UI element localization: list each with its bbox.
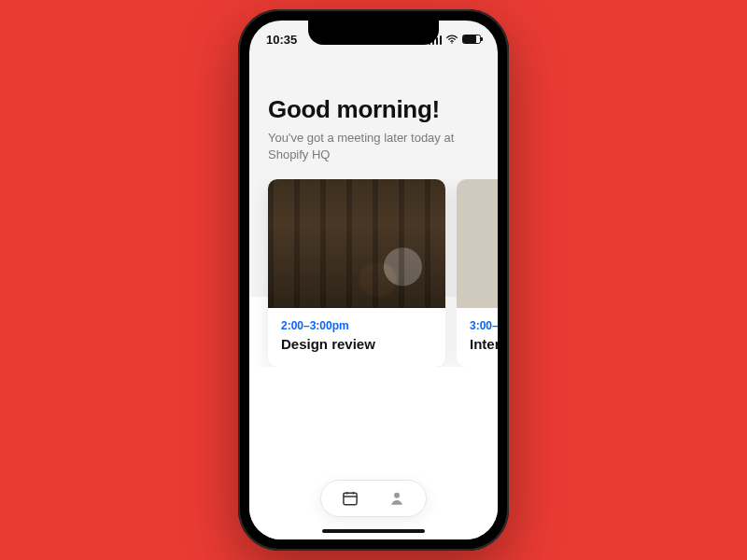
event-title: Design review [281, 336, 432, 352]
home-indicator[interactable] [322, 529, 425, 533]
event-card-body: 3:00–3:30pm Interview [457, 308, 498, 367]
event-time: 3:00–3:30pm [470, 319, 498, 332]
phone-frame: 10:35 Good morning! You've got a meeting… [238, 9, 509, 551]
event-title: Interview [470, 336, 498, 352]
svg-rect-1 [344, 493, 357, 505]
phone-screen: 10:35 Good morning! You've got a meeting… [249, 21, 498, 539]
bottom-nav [320, 480, 427, 517]
person-icon [388, 489, 406, 508]
calendar-tab[interactable] [340, 488, 360, 509]
event-card[interactable]: 3:00–3:30pm Interview [457, 179, 498, 367]
event-card-body: 2:00–3:00pm Design review [268, 308, 445, 367]
profile-tab[interactable] [387, 488, 407, 509]
calendar-icon [341, 489, 359, 508]
notch [308, 21, 439, 45]
event-image [457, 179, 498, 308]
greeting-subtitle: You've got a meeting later today at Shop… [268, 130, 455, 162]
status-time: 10:35 [266, 33, 297, 47]
battery-icon [462, 35, 481, 44]
header: Good morning! You've got a meeting later… [249, 58, 498, 179]
svg-point-0 [451, 42, 453, 44]
svg-point-2 [394, 493, 400, 498]
greeting-title: Good morning! [268, 95, 479, 124]
event-card[interactable]: 2:00–3:00pm Design review [268, 179, 445, 367]
wifi-icon [445, 33, 458, 46]
event-time: 2:00–3:00pm [281, 319, 432, 332]
event-carousel[interactable]: 2:00–3:00pm Design review 3:00–3:30pm In… [249, 179, 498, 367]
event-image [268, 179, 445, 308]
